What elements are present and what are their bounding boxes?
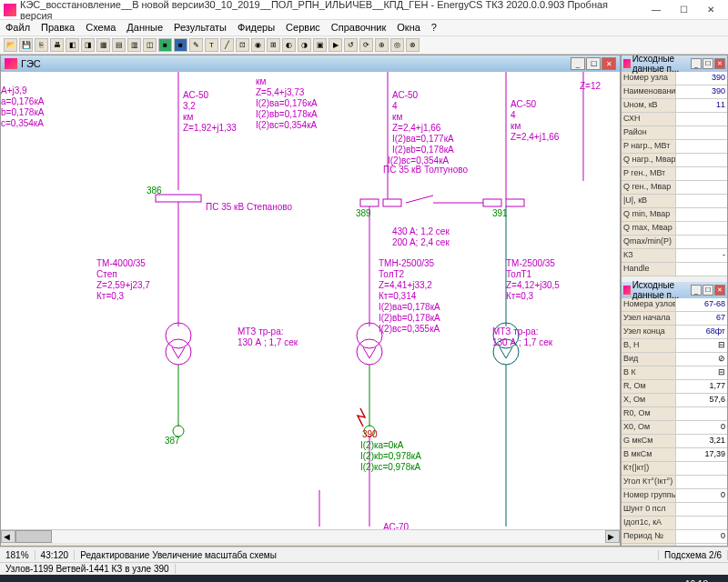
prop-row[interactable]: Шунт 0 псл	[622, 503, 727, 517]
start-button[interactable]: ⊞	[4, 577, 27, 582]
prop-val[interactable]: 390	[676, 72, 727, 85]
menu-feeders[interactable]: Фидеры	[238, 22, 275, 34]
prop-row[interactable]: Номер узла390	[622, 72, 727, 85]
prop-val[interactable]	[676, 208, 727, 221]
tool-print[interactable]: 🖶	[50, 38, 64, 52]
prop-val[interactable]	[676, 167, 727, 180]
prop-val[interactable]	[676, 263, 727, 276]
task-explorer[interactable]: 📁	[131, 577, 155, 582]
task-search[interactable]: 🔍	[29, 577, 53, 582]
tool-line[interactable]: ╱	[220, 38, 234, 52]
prop-val[interactable]: 0	[676, 489, 727, 502]
menu-file[interactable]: Файл	[5, 22, 30, 34]
panel1-close[interactable]: ✕	[714, 58, 725, 69]
task-opera[interactable]: 🔴	[182, 577, 206, 582]
prop-val[interactable]: 67	[676, 312, 727, 325]
prop-row[interactable]: КЗ-	[622, 249, 727, 263]
hscrollbar[interactable]: ◄►	[1, 529, 620, 543]
tool-25[interactable]: ⊕	[375, 38, 389, 52]
tool-8[interactable]: ▤	[112, 38, 126, 52]
prop-row[interactable]: Q max, Мвар	[622, 222, 727, 236]
panel1-max[interactable]: ☐	[703, 58, 713, 69]
tool-18[interactable]: ⊞	[267, 38, 280, 52]
close-button[interactable]: ✕	[697, 2, 724, 18]
prop-row[interactable]: Наименование390	[622, 85, 727, 99]
canvas-close[interactable]: ✕	[602, 57, 616, 70]
prop-val[interactable]: 17,39	[676, 448, 727, 461]
tool-open[interactable]: 📂	[4, 38, 17, 52]
tool-pen[interactable]: ✎	[189, 38, 203, 52]
prop-row[interactable]: В К⊟	[622, 366, 727, 380]
prop-val[interactable]	[676, 503, 727, 516]
menu-reference[interactable]: Справочник	[331, 22, 387, 34]
prop-val[interactable]	[676, 113, 727, 125]
tool-19[interactable]: ◐	[282, 38, 296, 52]
task-store[interactable]: 🛍	[157, 577, 180, 582]
menu-service[interactable]: Сервис	[286, 22, 320, 34]
prop-val[interactable]	[676, 154, 727, 166]
tool-9[interactable]: ▥	[127, 38, 141, 52]
prop-row[interactable]: В, Н⊟	[622, 339, 727, 353]
prop-row[interactable]: Iдоп1с, кА	[622, 517, 727, 530]
prop-row[interactable]: Угол Кт°(Iкт°)	[622, 476, 727, 489]
prop-row[interactable]: Uном, кВ11	[622, 99, 727, 113]
tool-11[interactable]: ■	[158, 38, 172, 52]
tool-23[interactable]: ↺	[344, 38, 358, 52]
prop-row[interactable]: Узел конца68фт	[622, 326, 727, 339]
prop-row[interactable]: P ген., МВт	[622, 167, 727, 181]
tool-12[interactable]: ■	[174, 38, 187, 52]
prop-val[interactable]	[676, 181, 727, 194]
diagram-canvas[interactable]: A+j3,9a=0,176кАb=0,178кАc=0,354кААС-503,…	[1, 72, 620, 529]
prop-val[interactable]: 57,6	[676, 394, 727, 406]
menu-data[interactable]: Данные	[126, 22, 163, 34]
canvas-min[interactable]: _	[571, 57, 585, 70]
tool-text[interactable]: T	[205, 38, 218, 52]
prop-val[interactable]: 67-68	[676, 298, 727, 311]
prop-row[interactable]: R0, Ом	[622, 407, 727, 421]
prop-row[interactable]: X0, Ом0	[622, 421, 727, 435]
prop-val[interactable]	[676, 195, 727, 207]
menu-scheme[interactable]: Схема	[86, 22, 116, 34]
prop-val[interactable]	[676, 126, 727, 139]
panel2-max[interactable]: ☐	[703, 285, 713, 296]
prop-val[interactable]	[676, 236, 727, 248]
prop-val[interactable]	[676, 462, 727, 475]
prop-row[interactable]: Q min, Мвар	[622, 208, 727, 222]
task-edge[interactable]: 🟦	[80, 577, 104, 582]
task-app[interactable]: 🟪	[233, 577, 257, 582]
tool-save[interactable]: 💾	[19, 38, 33, 52]
prop-row[interactable]: B мкСм17,39	[622, 448, 727, 462]
prop-row[interactable]: Район	[622, 126, 727, 140]
menu-help[interactable]: ?	[431, 22, 437, 34]
prop-val[interactable]: 68фт	[676, 326, 727, 338]
maximize-button[interactable]: ☐	[670, 2, 697, 18]
prop-row[interactable]: Период №0	[622, 530, 727, 544]
tool-16[interactable]: ⊡	[236, 38, 249, 52]
task-chrome[interactable]: 🔵	[106, 577, 129, 582]
prop-val[interactable]: 0	[676, 530, 727, 543]
prop-val[interactable]: ⊟	[676, 366, 727, 379]
prop-val[interactable]: ⊘	[676, 353, 727, 366]
panel2-close[interactable]: ✕	[714, 285, 725, 296]
tool-21[interactable]: ▣	[313, 38, 327, 52]
tool-20[interactable]: ◑	[298, 38, 311, 52]
prop-row[interactable]: Номера узлов67-68	[622, 298, 727, 312]
prop-row[interactable]: Номер группы0	[622, 489, 727, 503]
tool-7[interactable]: ▦	[96, 38, 110, 52]
tool-22[interactable]: ▶	[329, 38, 342, 52]
tool-6[interactable]: ◨	[81, 38, 95, 52]
prop-val[interactable]: 0	[676, 421, 727, 434]
prop-row[interactable]: R, Ом1,77	[622, 380, 727, 394]
prop-row[interactable]: Вид⊘	[622, 353, 727, 366]
prop-row[interactable]: Кт(|кт|)	[622, 462, 727, 476]
prop-row[interactable]: Q ген., Мвар	[622, 181, 727, 195]
prop-row[interactable]: P нагр., МВт	[622, 140, 727, 154]
tool-24[interactable]: ⟳	[359, 38, 373, 52]
prop-val[interactable]: 1,77	[676, 380, 727, 393]
minimize-button[interactable]: —	[642, 2, 670, 18]
prop-val[interactable]: 3,21	[676, 435, 727, 447]
prop-val[interactable]: -	[676, 249, 727, 262]
panel1-min[interactable]: _	[691, 58, 702, 69]
prop-val[interactable]: 390	[676, 85, 727, 98]
prop-row[interactable]: Qmax/min(P)	[622, 236, 727, 249]
